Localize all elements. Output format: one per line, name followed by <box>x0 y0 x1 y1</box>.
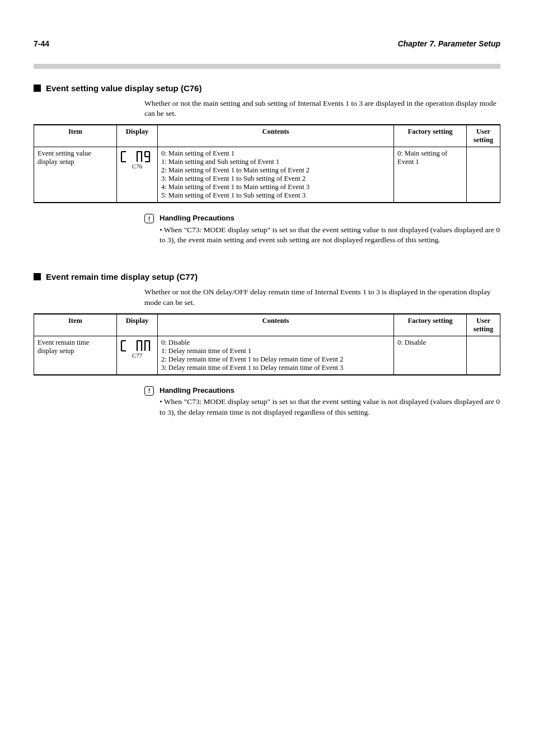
page-header: 7-44 Chapter 7. Parameter Setup <box>34 39 500 48</box>
cell-factory: 0: Disable <box>394 336 467 375</box>
caution-text: Handling Precautions • When "C73: MODE d… <box>160 386 500 417</box>
caution-block: ! Handling Precautions • When "C73: MODE… <box>144 213 500 245</box>
cell-item: Event setting value display setup <box>34 147 117 203</box>
section-title: Event remain time display setup (C77) <box>46 272 198 281</box>
item-line1: Event setting value <box>38 149 91 157</box>
col-contents: Contents <box>158 314 394 336</box>
bullet-square-icon <box>34 84 41 92</box>
cell-display: C76 <box>117 147 158 203</box>
section-intro: Whether or not the ON delay/OFF delay re… <box>144 287 500 307</box>
col-item: Item <box>34 125 117 147</box>
table-row: Event remain time display setup C77 <box>34 336 500 375</box>
cell-display: C77 <box>117 336 158 375</box>
cell-factory: 0: Main setting of Event 1 <box>394 147 467 203</box>
page-number: 7-44 <box>34 39 49 48</box>
section-title: Event setting value display setup (C76) <box>46 83 202 93</box>
bullet-square-icon <box>34 273 41 280</box>
display-sub: C77 <box>120 352 154 359</box>
item-line2: display setup <box>38 347 74 355</box>
table-header-row: Item Display Contents Factory setting Us… <box>34 125 500 147</box>
param-table-c76: Item Display Contents Factory setting Us… <box>34 124 500 203</box>
page-root: 7-44 Chapter 7. Parameter Setup Event se… <box>0 0 534 478</box>
section-c76: Event setting value display setup (C76) … <box>34 83 500 245</box>
caution-body: • When "C73: MODE display setup" is set … <box>160 397 500 417</box>
col-factory: Factory setting <box>394 125 467 147</box>
chapter-title: Chapter 7. Parameter Setup <box>397 39 500 48</box>
table-header-row: Item Display Contents Factory setting Us… <box>34 314 500 336</box>
seven-segment-display-icon <box>120 151 154 163</box>
display-sub: C76 <box>120 163 154 170</box>
caution-body: • When "C73: MODE display setup" is set … <box>160 225 500 245</box>
cell-item: Event remain time display setup <box>34 336 117 375</box>
col-contents: Contents <box>158 125 394 147</box>
col-item: Item <box>34 314 117 336</box>
col-display: Display <box>117 125 158 147</box>
header-divider <box>34 64 500 69</box>
param-table-c77: Item Display Contents Factory setting Us… <box>34 313 500 375</box>
item-line1: Event remain time <box>38 339 89 346</box>
col-user: User setting <box>467 314 500 336</box>
caution-block: ! Handling Precautions • When "C73: MODE… <box>144 386 500 417</box>
table-row: Event setting value display setup C76 <box>34 147 500 203</box>
caution-icon: ! <box>144 386 154 396</box>
col-display: Display <box>117 314 158 336</box>
section-heading: Event setting value display setup (C76) <box>34 83 500 93</box>
cell-user <box>467 336 500 375</box>
col-user: User setting <box>467 125 500 147</box>
cell-user <box>467 147 500 203</box>
caution-label: Handling Precautions <box>160 213 500 223</box>
col-factory: Factory setting <box>394 314 467 336</box>
section-heading: Event remain time display setup (C77) <box>34 272 500 281</box>
section-intro: Whether or not the main setting and sub … <box>144 98 500 119</box>
caution-text: Handling Precautions • When "C73: MODE d… <box>160 213 500 245</box>
seven-segment-display-icon <box>120 340 154 352</box>
caution-label: Handling Precautions <box>160 386 500 396</box>
cell-contents: 0: Main setting of Event 1 1: Main setti… <box>158 147 394 203</box>
cell-contents: 0: Disable 1: Delay remain time of Event… <box>158 336 394 375</box>
item-line2: display setup <box>38 158 74 166</box>
caution-icon: ! <box>144 214 154 223</box>
section-c77: Event remain time display setup (C77) Wh… <box>34 272 500 417</box>
